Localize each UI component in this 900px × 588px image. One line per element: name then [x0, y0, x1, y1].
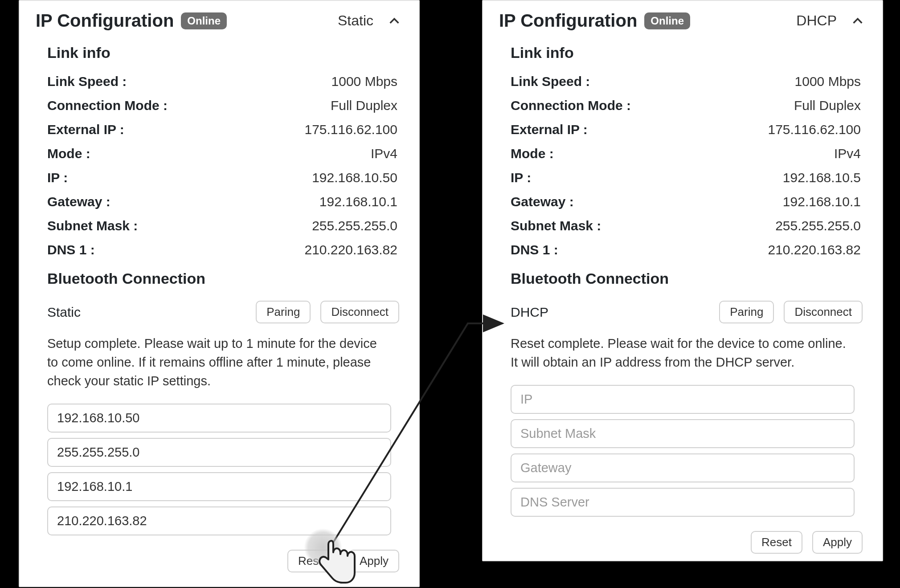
ip-label: IP : — [511, 170, 531, 185]
bluetooth-heading: Bluetooth Connection — [20, 262, 419, 295]
external-ip-value: 175.116.62.100 — [768, 122, 861, 137]
bluetooth-mode-label: DHCP — [511, 305, 719, 320]
dns1-label: DNS 1 : — [511, 242, 558, 257]
subnet-value: 255.255.255.0 — [775, 218, 861, 233]
gateway-label: Gateway : — [47, 194, 110, 209]
gateway-value: 192.168.10.1 — [319, 194, 397, 209]
mode-value: IPv4 — [371, 146, 397, 161]
mode-label: Mode : — [511, 146, 554, 161]
external-ip-row: External IP : 175.116.62.100 — [20, 118, 419, 142]
disconnect-button[interactable]: Disconnect — [320, 301, 399, 323]
link-info-heading: Link info — [483, 36, 882, 69]
subnet-row: Subnet Mask : 255.255.255.0 — [20, 214, 419, 238]
apply-button[interactable]: Apply — [812, 531, 863, 554]
gateway-input[interactable] — [511, 453, 855, 482]
gateway-input[interactable] — [47, 472, 391, 501]
subnet-row: Subnet Mask : 255.255.255.0 — [483, 214, 882, 238]
status-message: Reset complete. Please wait for the devi… — [483, 331, 882, 380]
subnet-label: Subnet Mask : — [47, 218, 138, 233]
connection-mode-value: Full Duplex — [331, 98, 397, 113]
dns1-value: 210.220.163.82 — [304, 242, 397, 257]
subnet-input[interactable] — [47, 438, 391, 467]
pairing-button[interactable]: Paring — [256, 301, 311, 323]
link-info-heading: Link info — [20, 36, 419, 69]
link-speed-value: 1000 Mbps — [795, 74, 861, 89]
ip-mode-select[interactable]: Static — [338, 12, 373, 29]
external-ip-row: External IP : 175.116.62.100 — [483, 118, 882, 142]
link-speed-value: 1000 Mbps — [331, 74, 397, 89]
status-badge-online: Online — [644, 12, 690, 29]
ip-value: 192.168.10.50 — [312, 170, 397, 185]
gateway-row: Gateway : 192.168.10.1 — [20, 190, 419, 214]
dns-input[interactable] — [511, 488, 855, 517]
ip-input[interactable] — [511, 385, 855, 414]
mode-row: Mode : IPv4 — [20, 142, 419, 166]
connection-mode-label: Connection Mode : — [511, 98, 631, 113]
panel-title: IP Configuration — [36, 11, 174, 31]
link-speed-row: Link Speed : 1000 Mbps — [20, 69, 419, 94]
dns-input[interactable] — [47, 506, 391, 535]
pairing-button[interactable]: Paring — [719, 301, 774, 323]
ip-mode-select[interactable]: DHCP — [796, 12, 837, 29]
connection-mode-row: Connection Mode : Full Duplex — [483, 94, 882, 118]
ip-config-panel-static: IP Configuration Online Static Link info… — [19, 0, 420, 587]
gateway-label: Gateway : — [511, 194, 574, 209]
chevron-up-icon[interactable] — [849, 12, 866, 29]
action-row: Reset Apply — [20, 541, 419, 581]
ip-label: IP : — [47, 170, 68, 185]
external-ip-label: External IP : — [511, 122, 588, 137]
link-speed-label: Link Speed : — [47, 74, 127, 89]
ip-input[interactable] — [47, 404, 391, 433]
ip-config-panel-dhcp: IP Configuration Online DHCP Link info L… — [482, 0, 883, 561]
reset-button[interactable]: Reset — [287, 550, 339, 572]
subnet-label: Subnet Mask : — [511, 218, 601, 233]
status-message: Setup complete. Please wait up to 1 minu… — [20, 331, 419, 398]
ip-row: IP : 192.168.10.50 — [20, 166, 419, 190]
connection-mode-label: Connection Mode : — [47, 98, 168, 113]
panel-title: IP Configuration — [499, 11, 637, 31]
bluetooth-row: DHCP Paring Disconnect — [483, 295, 882, 331]
action-row: Reset Apply — [483, 522, 882, 563]
ip-value: 192.168.10.5 — [783, 170, 861, 185]
mode-row: Mode : IPv4 — [483, 142, 882, 166]
mode-label: Mode : — [47, 146, 90, 161]
disconnect-button[interactable]: Disconnect — [784, 301, 863, 323]
link-speed-row: Link Speed : 1000 Mbps — [483, 69, 882, 94]
status-badge-online: Online — [181, 12, 227, 29]
bluetooth-heading: Bluetooth Connection — [483, 262, 882, 295]
dns1-row: DNS 1 : 210.220.163.82 — [20, 238, 419, 262]
external-ip-label: External IP : — [47, 122, 124, 137]
chevron-up-icon[interactable] — [386, 12, 403, 29]
gateway-value: 192.168.10.1 — [783, 194, 861, 209]
subnet-input[interactable] — [511, 419, 855, 448]
dns1-value: 210.220.163.82 — [768, 242, 861, 257]
subnet-value: 255.255.255.0 — [312, 218, 397, 233]
connection-mode-value: Full Duplex — [794, 98, 861, 113]
dns1-row: DNS 1 : 210.220.163.82 — [483, 238, 882, 262]
dns1-label: DNS 1 : — [47, 242, 95, 257]
connection-mode-row: Connection Mode : Full Duplex — [20, 94, 419, 118]
mode-value: IPv4 — [834, 146, 861, 161]
ip-row: IP : 192.168.10.5 — [483, 166, 882, 190]
apply-button[interactable]: Apply — [349, 550, 399, 572]
bluetooth-mode-label: Static — [47, 305, 256, 320]
panel-header: IP Configuration Online Static — [20, 1, 419, 36]
external-ip-value: 175.116.62.100 — [304, 122, 397, 137]
gateway-row: Gateway : 192.168.10.1 — [483, 190, 882, 214]
bluetooth-row: Static Paring Disconnect — [20, 295, 419, 331]
link-speed-label: Link Speed : — [511, 74, 590, 89]
reset-button[interactable]: Reset — [751, 531, 802, 554]
panel-header: IP Configuration Online DHCP — [483, 1, 882, 36]
